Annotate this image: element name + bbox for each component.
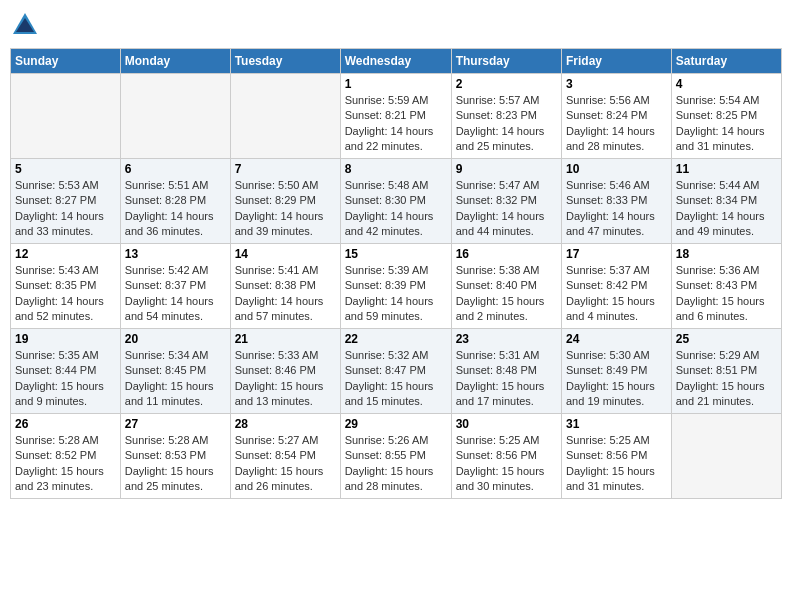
calendar-cell: 27Sunrise: 5:28 AMSunset: 8:53 PMDayligh… <box>120 414 230 499</box>
day-number: 16 <box>456 247 557 261</box>
day-info: Sunrise: 5:30 AMSunset: 8:49 PMDaylight:… <box>566 348 667 410</box>
logo-icon <box>10 10 40 40</box>
calendar-cell: 29Sunrise: 5:26 AMSunset: 8:55 PMDayligh… <box>340 414 451 499</box>
calendar-week-1: 5Sunrise: 5:53 AMSunset: 8:27 PMDaylight… <box>11 159 782 244</box>
day-info: Sunrise: 5:51 AMSunset: 8:28 PMDaylight:… <box>125 178 226 240</box>
day-info: Sunrise: 5:34 AMSunset: 8:45 PMDaylight:… <box>125 348 226 410</box>
day-number: 5 <box>15 162 116 176</box>
day-number: 17 <box>566 247 667 261</box>
day-info: Sunrise: 5:56 AMSunset: 8:24 PMDaylight:… <box>566 93 667 155</box>
calendar-cell: 16Sunrise: 5:38 AMSunset: 8:40 PMDayligh… <box>451 244 561 329</box>
calendar-cell: 20Sunrise: 5:34 AMSunset: 8:45 PMDayligh… <box>120 329 230 414</box>
weekday-header-monday: Monday <box>120 49 230 74</box>
calendar-cell: 19Sunrise: 5:35 AMSunset: 8:44 PMDayligh… <box>11 329 121 414</box>
calendar-table: SundayMondayTuesdayWednesdayThursdayFrid… <box>10 48 782 499</box>
day-info: Sunrise: 5:33 AMSunset: 8:46 PMDaylight:… <box>235 348 336 410</box>
day-info: Sunrise: 5:53 AMSunset: 8:27 PMDaylight:… <box>15 178 116 240</box>
day-info: Sunrise: 5:28 AMSunset: 8:52 PMDaylight:… <box>15 433 116 495</box>
calendar-cell: 11Sunrise: 5:44 AMSunset: 8:34 PMDayligh… <box>671 159 781 244</box>
day-info: Sunrise: 5:26 AMSunset: 8:55 PMDaylight:… <box>345 433 447 495</box>
calendar-cell: 30Sunrise: 5:25 AMSunset: 8:56 PMDayligh… <box>451 414 561 499</box>
day-number: 18 <box>676 247 777 261</box>
day-info: Sunrise: 5:59 AMSunset: 8:21 PMDaylight:… <box>345 93 447 155</box>
calendar-cell: 26Sunrise: 5:28 AMSunset: 8:52 PMDayligh… <box>11 414 121 499</box>
day-number: 15 <box>345 247 447 261</box>
day-number: 4 <box>676 77 777 91</box>
day-info: Sunrise: 5:46 AMSunset: 8:33 PMDaylight:… <box>566 178 667 240</box>
day-info: Sunrise: 5:57 AMSunset: 8:23 PMDaylight:… <box>456 93 557 155</box>
calendar-cell: 22Sunrise: 5:32 AMSunset: 8:47 PMDayligh… <box>340 329 451 414</box>
day-number: 28 <box>235 417 336 431</box>
calendar-cell: 18Sunrise: 5:36 AMSunset: 8:43 PMDayligh… <box>671 244 781 329</box>
calendar-cell: 5Sunrise: 5:53 AMSunset: 8:27 PMDaylight… <box>11 159 121 244</box>
day-info: Sunrise: 5:37 AMSunset: 8:42 PMDaylight:… <box>566 263 667 325</box>
day-info: Sunrise: 5:28 AMSunset: 8:53 PMDaylight:… <box>125 433 226 495</box>
day-info: Sunrise: 5:48 AMSunset: 8:30 PMDaylight:… <box>345 178 447 240</box>
calendar-cell <box>671 414 781 499</box>
calendar-cell: 21Sunrise: 5:33 AMSunset: 8:46 PMDayligh… <box>230 329 340 414</box>
calendar-cell: 12Sunrise: 5:43 AMSunset: 8:35 PMDayligh… <box>11 244 121 329</box>
day-number: 14 <box>235 247 336 261</box>
calendar-cell: 10Sunrise: 5:46 AMSunset: 8:33 PMDayligh… <box>562 159 672 244</box>
day-info: Sunrise: 5:41 AMSunset: 8:38 PMDaylight:… <box>235 263 336 325</box>
calendar-cell: 28Sunrise: 5:27 AMSunset: 8:54 PMDayligh… <box>230 414 340 499</box>
day-number: 9 <box>456 162 557 176</box>
day-number: 26 <box>15 417 116 431</box>
day-number: 20 <box>125 332 226 346</box>
weekday-header-wednesday: Wednesday <box>340 49 451 74</box>
calendar-cell: 23Sunrise: 5:31 AMSunset: 8:48 PMDayligh… <box>451 329 561 414</box>
calendar-cell <box>120 74 230 159</box>
calendar-week-2: 12Sunrise: 5:43 AMSunset: 8:35 PMDayligh… <box>11 244 782 329</box>
day-number: 23 <box>456 332 557 346</box>
calendar-cell: 9Sunrise: 5:47 AMSunset: 8:32 PMDaylight… <box>451 159 561 244</box>
calendar-cell: 17Sunrise: 5:37 AMSunset: 8:42 PMDayligh… <box>562 244 672 329</box>
day-number: 19 <box>15 332 116 346</box>
day-number: 7 <box>235 162 336 176</box>
day-number: 8 <box>345 162 447 176</box>
day-info: Sunrise: 5:39 AMSunset: 8:39 PMDaylight:… <box>345 263 447 325</box>
weekday-header-sunday: Sunday <box>11 49 121 74</box>
weekday-header-saturday: Saturday <box>671 49 781 74</box>
day-number: 3 <box>566 77 667 91</box>
day-info: Sunrise: 5:50 AMSunset: 8:29 PMDaylight:… <box>235 178 336 240</box>
calendar-cell <box>230 74 340 159</box>
page-header <box>10 10 782 40</box>
day-info: Sunrise: 5:32 AMSunset: 8:47 PMDaylight:… <box>345 348 447 410</box>
day-number: 13 <box>125 247 226 261</box>
weekday-header-tuesday: Tuesday <box>230 49 340 74</box>
calendar-header-row: SundayMondayTuesdayWednesdayThursdayFrid… <box>11 49 782 74</box>
calendar-cell: 13Sunrise: 5:42 AMSunset: 8:37 PMDayligh… <box>120 244 230 329</box>
day-number: 31 <box>566 417 667 431</box>
day-info: Sunrise: 5:25 AMSunset: 8:56 PMDaylight:… <box>456 433 557 495</box>
day-info: Sunrise: 5:31 AMSunset: 8:48 PMDaylight:… <box>456 348 557 410</box>
day-number: 1 <box>345 77 447 91</box>
day-number: 25 <box>676 332 777 346</box>
day-info: Sunrise: 5:27 AMSunset: 8:54 PMDaylight:… <box>235 433 336 495</box>
calendar-cell: 24Sunrise: 5:30 AMSunset: 8:49 PMDayligh… <box>562 329 672 414</box>
day-info: Sunrise: 5:47 AMSunset: 8:32 PMDaylight:… <box>456 178 557 240</box>
day-info: Sunrise: 5:29 AMSunset: 8:51 PMDaylight:… <box>676 348 777 410</box>
day-number: 11 <box>676 162 777 176</box>
calendar-cell: 6Sunrise: 5:51 AMSunset: 8:28 PMDaylight… <box>120 159 230 244</box>
day-number: 2 <box>456 77 557 91</box>
calendar-cell: 3Sunrise: 5:56 AMSunset: 8:24 PMDaylight… <box>562 74 672 159</box>
day-number: 10 <box>566 162 667 176</box>
day-number: 29 <box>345 417 447 431</box>
calendar-cell <box>11 74 121 159</box>
day-info: Sunrise: 5:43 AMSunset: 8:35 PMDaylight:… <box>15 263 116 325</box>
day-number: 30 <box>456 417 557 431</box>
calendar-week-3: 19Sunrise: 5:35 AMSunset: 8:44 PMDayligh… <box>11 329 782 414</box>
logo <box>10 10 44 40</box>
day-number: 12 <box>15 247 116 261</box>
day-info: Sunrise: 5:35 AMSunset: 8:44 PMDaylight:… <box>15 348 116 410</box>
calendar-week-4: 26Sunrise: 5:28 AMSunset: 8:52 PMDayligh… <box>11 414 782 499</box>
calendar-cell: 15Sunrise: 5:39 AMSunset: 8:39 PMDayligh… <box>340 244 451 329</box>
calendar-cell: 1Sunrise: 5:59 AMSunset: 8:21 PMDaylight… <box>340 74 451 159</box>
day-number: 6 <box>125 162 226 176</box>
calendar-cell: 31Sunrise: 5:25 AMSunset: 8:56 PMDayligh… <box>562 414 672 499</box>
calendar-cell: 2Sunrise: 5:57 AMSunset: 8:23 PMDaylight… <box>451 74 561 159</box>
calendar-cell: 7Sunrise: 5:50 AMSunset: 8:29 PMDaylight… <box>230 159 340 244</box>
day-info: Sunrise: 5:42 AMSunset: 8:37 PMDaylight:… <box>125 263 226 325</box>
day-info: Sunrise: 5:44 AMSunset: 8:34 PMDaylight:… <box>676 178 777 240</box>
day-info: Sunrise: 5:54 AMSunset: 8:25 PMDaylight:… <box>676 93 777 155</box>
